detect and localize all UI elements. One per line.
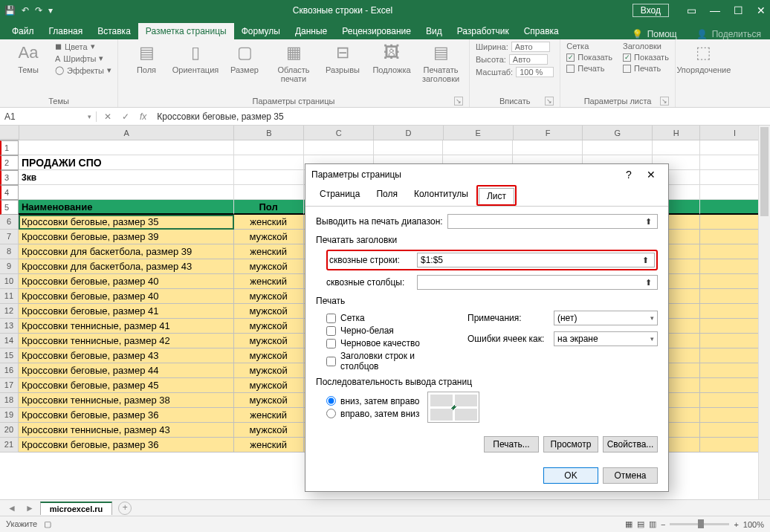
col-header-C[interactable]: C (304, 126, 374, 140)
zoom-value[interactable]: 100% (743, 520, 764, 529)
cell[interactable] (583, 140, 653, 155)
cell[interactable]: Кроссовки беговые, размер 36 (19, 408, 234, 423)
col-header-H[interactable]: H (653, 126, 700, 140)
zoom-slider[interactable] (670, 523, 729, 525)
add-sheet-button[interactable]: + (118, 502, 132, 515)
cell[interactable] (234, 140, 304, 155)
cell[interactable] (234, 170, 304, 185)
undo-icon[interactable]: ↶ (22, 5, 29, 16)
row-header[interactable]: 8 (0, 244, 19, 259)
macro-rec-icon[interactable]: ▢ (44, 519, 51, 528)
cell[interactable] (374, 140, 444, 155)
view-layout-icon[interactable]: ▤ (637, 519, 644, 529)
errors-select[interactable]: на экране▾ (554, 331, 658, 346)
headings-print-check[interactable]: Печать (623, 64, 669, 73)
chk-headers[interactable]: Заголовки строк и столбцов (326, 351, 453, 372)
view-break-icon[interactable]: ▥ (649, 519, 656, 529)
cell[interactable]: Кроссовки теннисные, размер 43 (19, 423, 234, 438)
cell[interactable]: мужской (234, 348, 304, 363)
share-label[interactable]: Поделиться (712, 29, 761, 39)
margins-button[interactable]: ▤Поля (124, 42, 169, 74)
cell[interactable]: мужской (234, 289, 304, 304)
cell[interactable] (443, 140, 513, 155)
maximize-icon[interactable]: ☐ (734, 4, 743, 16)
enter-fx-icon[interactable]: ✓ (122, 111, 129, 122)
tab-help[interactable]: Справка (517, 23, 566, 39)
cell[interactable]: женский (234, 408, 304, 423)
dialog-ok-button[interactable]: OK (543, 467, 598, 484)
rows-picker-icon[interactable]: ⬆ (639, 256, 651, 265)
row-header[interactable]: 7 (0, 230, 19, 244)
cell[interactable]: Кроссовки теннисные, размер 42 (19, 334, 234, 348)
cell[interactable]: Кроссовки для баскетбола, размер 39 (19, 244, 234, 259)
tab-view[interactable]: Вид (418, 23, 450, 39)
printarea-button[interactable]: ▦Область печати (271, 42, 316, 83)
col-header-D[interactable]: D (374, 126, 444, 140)
dialog-help-icon[interactable]: ? (618, 169, 640, 181)
cell[interactable]: женский (234, 438, 304, 452)
cell[interactable]: 3кв (19, 170, 234, 185)
cell[interactable] (19, 185, 234, 200)
cell[interactable]: мужской (234, 363, 304, 378)
tab-insert[interactable]: Вставка (90, 23, 138, 39)
row-header[interactable]: 6 (0, 215, 19, 230)
row-header[interactable]: 3 (0, 170, 19, 185)
cell[interactable]: Кроссовки беговые, размер 36 (19, 438, 234, 452)
row-header[interactable]: 14 (0, 334, 19, 348)
arrange-button[interactable]: ⬚Упорядочение (682, 42, 726, 74)
qat-more-icon[interactable]: ▾ (48, 5, 53, 16)
cell[interactable]: Кроссовки беговые, размер 39 (19, 230, 234, 244)
chk-bw[interactable]: Черно-белая (326, 325, 453, 336)
cell[interactable]: мужской (234, 378, 304, 393)
cell[interactable] (304, 140, 374, 155)
fonts-button[interactable]: A Шрифты ▾ (55, 53, 111, 63)
orientation-button[interactable]: ▯Ориентация (173, 42, 218, 74)
dtab-margins[interactable]: Поля (368, 186, 406, 207)
cell[interactable]: ПРОДАЖИ СПО (19, 155, 234, 170)
row-header[interactable]: 9 (0, 259, 19, 274)
cell[interactable]: Кроссовки беговые, размер 40 (19, 289, 234, 304)
cell[interactable]: Кроссовки теннисные, размер 38 (19, 393, 234, 408)
cell[interactable]: женский (234, 215, 304, 230)
row-header[interactable]: 13 (0, 319, 19, 334)
dtab-sheet[interactable]: Лист (479, 188, 514, 204)
pagesetup-launcher-icon[interactable]: ↘ (454, 97, 463, 106)
dialog-props-button[interactable]: Свойства... (603, 436, 658, 452)
fit-launcher-icon[interactable]: ↘ (545, 97, 554, 106)
sheet-nav-next-icon[interactable]: ► (22, 503, 37, 513)
notes-select[interactable]: (нет)▾ (554, 311, 658, 325)
tab-home[interactable]: Главная (42, 23, 91, 39)
col-header-G[interactable]: G (583, 126, 653, 140)
zoom-in-icon[interactable]: + (734, 520, 738, 529)
row-header[interactable]: 15 (0, 348, 19, 363)
dialog-cancel-button[interactable]: Отмена (603, 467, 658, 484)
cols-picker-icon[interactable]: ⬆ (642, 278, 654, 288)
cell[interactable]: мужской (234, 334, 304, 348)
name-box[interactable]: A1▾ (0, 111, 97, 122)
fit-width-select[interactable]: Авто (511, 42, 550, 52)
fit-scale-input[interactable]: 100 % (516, 67, 554, 77)
cell[interactable]: Кроссовки беговые, размер 45 (19, 378, 234, 393)
row-header[interactable]: 11 (0, 289, 19, 304)
chk-gridlines[interactable]: Сетка (326, 313, 453, 323)
gridlines-print-check[interactable]: Печать (566, 64, 612, 73)
cell[interactable]: мужской (234, 259, 304, 274)
size-button[interactable]: ▢Размер (222, 42, 267, 74)
login-button[interactable]: Вход (632, 4, 669, 17)
dtab-page[interactable]: Страница (311, 186, 368, 207)
cell[interactable]: женский (234, 274, 304, 289)
select-all-corner[interactable] (0, 126, 19, 140)
col-header-B[interactable]: B (234, 126, 304, 140)
row-header[interactable]: 21 (0, 438, 19, 452)
sheet-nav-prev-icon[interactable]: ◄ (4, 503, 19, 513)
cell[interactable]: мужской (234, 393, 304, 408)
sheet-tab-active[interactable]: microexcel.ru (40, 502, 113, 515)
cell[interactable]: мужской (234, 319, 304, 334)
tellme-icon[interactable]: 💡 (632, 29, 643, 39)
print-range-input[interactable]: ⬆ (447, 214, 658, 229)
cell[interactable] (513, 140, 583, 155)
cell[interactable] (234, 185, 304, 200)
rows-repeat-input[interactable]: ⬆ (417, 253, 655, 267)
zoom-out-icon[interactable]: − (661, 520, 665, 529)
fx-icon[interactable]: fx (140, 111, 146, 122)
